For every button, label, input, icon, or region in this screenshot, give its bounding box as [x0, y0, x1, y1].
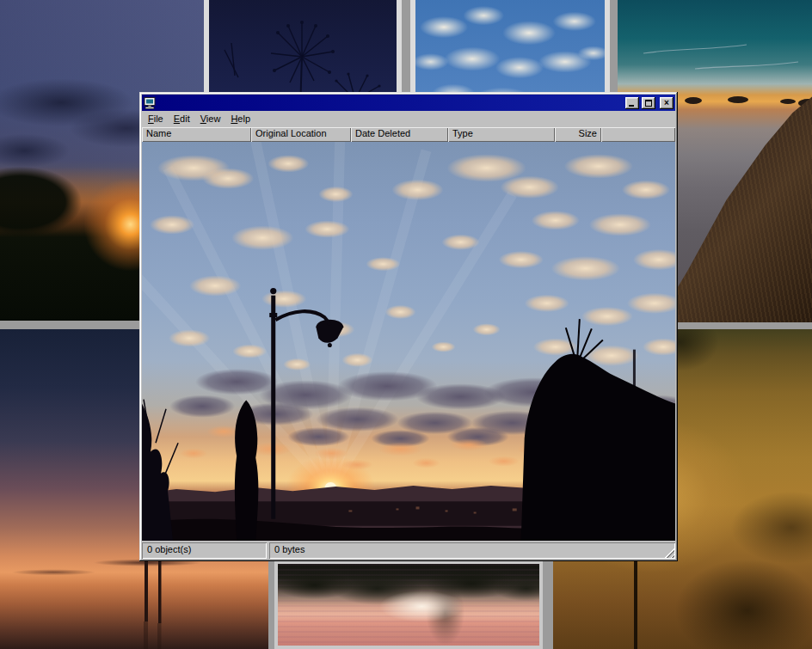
recycle-bin-window: × File Edit View Help Name Original Loca… [139, 92, 678, 561]
column-header-original-location[interactable]: Original Location [251, 127, 351, 142]
resize-grip[interactable] [664, 548, 674, 558]
menu-edit[interactable]: Edit [169, 112, 195, 126]
window-icon[interactable] [144, 97, 157, 109]
status-size-text: 0 bytes [274, 544, 304, 554]
title-bar[interactable]: × [142, 95, 675, 111]
menu-file[interactable]: File [143, 112, 169, 126]
maximize-icon [645, 100, 652, 107]
menu-help[interactable]: Help [225, 112, 255, 126]
minimize-button[interactable] [625, 97, 639, 109]
status-size: 0 bytes [269, 542, 675, 559]
column-header-date-deleted[interactable]: Date Deleted [351, 127, 448, 142]
column-header-row: Name Original Location Date Deleted Type… [142, 127, 675, 142]
wallpaper-photo-water-reflection [274, 560, 543, 649]
close-button[interactable]: × [660, 97, 674, 109]
maximize-button[interactable] [642, 97, 655, 109]
column-header-name[interactable]: Name [142, 127, 251, 142]
menu-view[interactable]: View [195, 112, 226, 126]
desktop: × File Edit View Help Name Original Loca… [0, 0, 812, 649]
column-header-spacer [601, 127, 675, 142]
column-header-size[interactable]: Size [555, 127, 601, 142]
column-header-type[interactable]: Type [448, 127, 555, 142]
status-bar: 0 object(s) 0 bytes [142, 541, 675, 559]
sunset-photo-art [142, 142, 675, 541]
status-object-count: 0 object(s) [142, 542, 267, 559]
minimize-icon [629, 105, 634, 107]
list-view-sunset-photo[interactable] [142, 142, 675, 541]
menu-bar: File Edit View Help [142, 111, 675, 127]
